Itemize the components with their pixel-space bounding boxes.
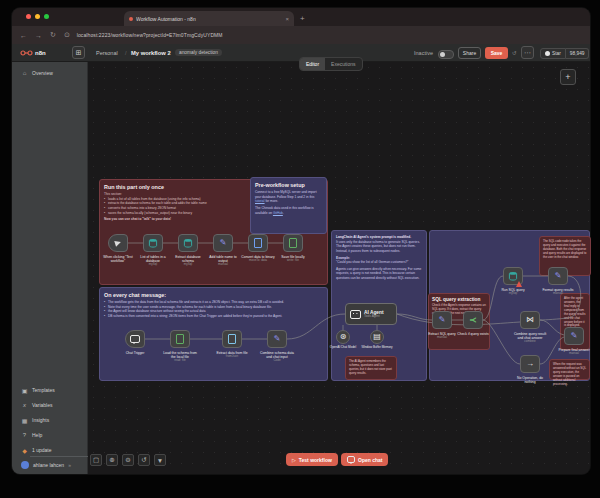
zoom-out-button[interactable]: ⊖ [122, 454, 134, 466]
node-list-tables[interactable] [143, 234, 163, 252]
sidebar-item-help[interactable]: ? Help [12, 429, 88, 441]
node-label: Format query resultsmanual [540, 288, 576, 296]
branch-icon: Y [468, 317, 478, 323]
robot-icon [350, 310, 361, 319]
node-label: Convert data to binarymoveTo: data [240, 255, 276, 263]
tidy-up-button[interactable]: ▼ [154, 454, 166, 466]
cursor-icon [114, 239, 122, 247]
node-label: List of tables in a databasemySql [135, 255, 171, 267]
status-label: Inactive [414, 50, 433, 56]
fit-view-button[interactable]: ▢ [90, 454, 102, 466]
browser-tab[interactable]: Workflow Automation - n8n × [124, 11, 294, 26]
sidebar-item-variables[interactable]: x Variables [12, 399, 88, 411]
traffic-light-close-icon[interactable] [26, 14, 31, 19]
active-toggle[interactable] [438, 50, 454, 59]
reload-icon[interactable]: ↻ [50, 31, 56, 39]
sidebar-item-insights[interactable]: ▦ Insights [12, 414, 88, 426]
tab-title: Workflow Automation - n8n [136, 16, 282, 22]
ellipsis-icon: ⋯ [524, 49, 531, 57]
open-chat-button[interactable]: Open chat [341, 453, 388, 466]
workflow-title[interactable]: My workflow 2 [131, 50, 171, 56]
save-button[interactable]: Save [485, 47, 508, 59]
node-extract-sql[interactable]: ✎ [432, 311, 452, 329]
github-star-count: 98,949 [570, 51, 585, 56]
node-ai-agent[interactable]: AI AgentTools Agent [345, 303, 397, 325]
tab-editor[interactable]: Editor [300, 58, 325, 70]
node-label: Combine schema data and chat inputCode [259, 351, 295, 363]
node-add-table-name[interactable]: ✎ [213, 234, 233, 252]
new-tab-icon[interactable]: + [300, 14, 305, 23]
reset-icon: ↺ [141, 456, 146, 464]
node-extract-file[interactable] [222, 330, 242, 348]
github-icon [545, 51, 550, 56]
node-convert-binary[interactable] [248, 234, 268, 252]
sticky-noop-note[interactable]: When the request was answered without an… [549, 359, 590, 380]
avatar [21, 461, 29, 469]
sidebar-item-templates[interactable]: ▣ Templates [12, 384, 88, 396]
node-label: When clicking "Test workflow" [100, 255, 136, 263]
pencil-icon: ✎ [220, 239, 227, 247]
traffic-light-zoom-icon[interactable] [44, 14, 49, 19]
node-label: OpenAI Chat Model [325, 346, 361, 350]
more-menu-button[interactable]: ⋯ [521, 46, 534, 59]
node-save-file[interactable] [283, 234, 303, 252]
toggle-knob [440, 52, 445, 57]
workflow-tag[interactable]: anomaly detection [175, 49, 222, 56]
sidebar-user[interactable]: ahlane lahcen » [21, 461, 88, 469]
sidebar-divider [30, 456, 88, 457]
tab-executions[interactable]: Executions [325, 58, 361, 70]
node-openai-chat-model[interactable]: ⊛ [336, 330, 350, 344]
memory-icon: ▤ [373, 333, 381, 341]
node-combine-schema-chat[interactable]: ✎ [267, 330, 287, 348]
back-icon[interactable]: ← [20, 32, 27, 39]
n8n-logo-icon [20, 49, 33, 57]
n8n-logo[interactable]: n8n [20, 49, 46, 57]
close-icon[interactable]: × [285, 16, 289, 22]
github-link[interactable]: GitHub [273, 211, 283, 215]
history-icon[interactable]: ↺ [512, 50, 517, 56]
node-combine-result-answer[interactable]: ⋈ [520, 311, 540, 329]
share-button[interactable]: Share [458, 47, 481, 59]
reset-zoom-button[interactable]: ↺ [138, 454, 150, 466]
zoom-in-icon: ⊕ [109, 456, 114, 464]
github-star-widget[interactable]: Star 98,949 [540, 48, 589, 59]
node-no-operation[interactable]: → [520, 355, 540, 373]
node-extract-schema[interactable] [178, 234, 198, 252]
tutorial-link[interactable]: tutorial [255, 199, 265, 203]
help-icon: ? [21, 432, 28, 438]
brand-name: n8n [35, 50, 46, 56]
breadcrumb-project[interactable]: Personal [96, 50, 118, 56]
forward-icon[interactable]: → [35, 32, 42, 39]
node-label: Combine query result and chat answercomb… [512, 332, 548, 344]
pencil-icon: ✎ [439, 316, 446, 324]
collapse-icon[interactable]: » [68, 462, 71, 468]
node-load-schema[interactable] [170, 330, 190, 348]
file-icon [176, 334, 184, 344]
overview-grid-button[interactable]: ⊞ [72, 46, 85, 59]
sticky-pre-setup[interactable]: Pre-workflow setup Connect to a free MyS… [250, 177, 327, 234]
node-format-results[interactable]: ✎ [548, 267, 568, 285]
node-if-query-exists[interactable]: Y [463, 311, 483, 329]
zoom-in-button[interactable]: ⊕ [106, 454, 118, 466]
sidebar-item-overview[interactable]: ⌂ Overview [12, 67, 87, 79]
flask-icon: ▷ [292, 457, 296, 463]
traffic-light-minimize-icon[interactable] [35, 14, 40, 19]
user-name: ahlane lahcen [33, 462, 64, 468]
pencil-icon: ✎ [571, 332, 578, 340]
url-text[interactable]: localhost:2223/workflow/new?projectId=E7… [77, 32, 223, 38]
test-workflow-button[interactable]: ▷ Test workflow [286, 453, 338, 466]
node-prepare-final-answer[interactable]: ✎ [564, 327, 584, 345]
site-info-icon[interactable]: ⊙ [64, 31, 70, 39]
node-chat-trigger[interactable] [125, 330, 145, 348]
add-node-button[interactable]: + [560, 69, 576, 85]
fit-icon: ▢ [93, 456, 99, 464]
node-window-buffer-memory[interactable]: ▤ [370, 330, 384, 344]
file-icon [289, 238, 297, 248]
node-label: Load the schema from the local fileread:… [162, 351, 198, 363]
node-label: Add table name to outputmanual [205, 255, 241, 267]
node-manual-trigger[interactable] [108, 234, 128, 252]
node-label: No Operation, do nothing [512, 376, 548, 384]
favicon [129, 17, 133, 21]
sticky-agent-memory-note[interactable]: The AI Agent remembers the schema, quest… [345, 356, 397, 380]
sidebar-item-update[interactable]: ◆ 1 update [12, 444, 88, 456]
